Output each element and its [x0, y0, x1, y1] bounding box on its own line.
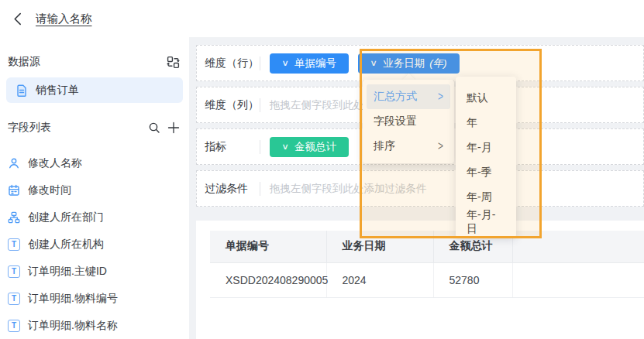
field-item-creator-department[interactable]: 创建人所在部门: [0, 204, 189, 231]
cell-document-number: XSDD202408290005: [210, 262, 326, 297]
filters-label: 过滤条件: [205, 182, 260, 196]
field-item-label: 订单明细.物料名称: [28, 319, 118, 333]
field-item-detail-material-no[interactable]: T 订单明细.物料编号: [0, 285, 189, 312]
field-item-label: 修改人名称: [28, 156, 82, 170]
text-field-icon: T: [8, 293, 20, 305]
field-item-detail-material-name[interactable]: T 订单明细.物料名称: [0, 312, 189, 339]
metrics-label: 指标: [205, 140, 260, 154]
menu-item-summary-method[interactable]: 汇总方式 >: [367, 84, 450, 109]
field-item-detail-primary-key[interactable]: T 订单明细.主键ID: [0, 258, 189, 285]
column-header-business-date[interactable]: 业务日期: [326, 231, 433, 262]
field-item-label: 订单明细.物料编号: [28, 292, 118, 306]
search-icon[interactable]: [148, 122, 160, 134]
chevron-right-icon: >: [438, 90, 443, 104]
col-dimensions-label: 维度（列）: [205, 98, 260, 112]
chip-granularity-suffix: (年): [429, 56, 447, 70]
workarea: 数据源 销售订单 字段列表: [0, 37, 644, 339]
submenu-item-year-month[interactable]: 年-月: [456, 135, 516, 160]
menu-item-sort[interactable]: 排序 >: [367, 134, 450, 159]
summary-method-submenu: 默认 年 年-月 年-季 年-周 年-月-日: [456, 77, 516, 238]
field-item-modifier-name[interactable]: 修改人名称: [0, 149, 189, 176]
result-table-panel: 单据编号 业务日期 金额总计 XSDD202408290005 2024 527…: [196, 221, 644, 339]
divider: [260, 182, 260, 196]
submenu-item-year[interactable]: 年: [456, 111, 516, 135]
back-icon[interactable]: [9, 10, 26, 27]
field-item-label: 创建人所在部门: [28, 211, 104, 224]
field-item-label: 修改时间: [28, 183, 71, 197]
field-list-header: 字段列表: [8, 120, 180, 135]
submenu-item-year-month-day[interactable]: 年-月-日: [456, 210, 516, 235]
org-chart-icon: [8, 211, 20, 224]
topbar: 请输入名称: [0, 0, 644, 37]
chip-label: 单据编号: [294, 56, 336, 70]
chip-business-date[interactable]: ∨ 业务日期 (年): [358, 53, 460, 74]
cell-empty: [512, 262, 644, 297]
submenu-item-default[interactable]: 默认: [456, 86, 516, 111]
field-item-label: 创建人所在机构: [28, 238, 104, 252]
column-header-empty: [512, 231, 644, 262]
submenu-item-year-week[interactable]: 年-周: [456, 185, 516, 210]
chip-label: 金额总计: [294, 140, 336, 154]
filters-placeholder: 拖拽左侧字段到此处添加过滤条件: [270, 182, 427, 196]
field-list-label: 字段列表: [8, 121, 51, 135]
field-context-menu: 汇总方式 > 字段设置 排序 >: [363, 80, 454, 163]
result-table: 单据编号 业务日期 金额总计 XSDD202408290005 2024 527…: [210, 231, 644, 298]
chip-label: 业务日期: [383, 56, 425, 70]
text-field-icon: T: [8, 265, 20, 278]
report-title-input[interactable]: 请输入名称: [36, 12, 92, 26]
add-field-icon[interactable]: [167, 122, 180, 134]
submenu-item-year-quarter[interactable]: 年-季: [456, 160, 516, 185]
divider: [260, 140, 260, 154]
calendar-icon: [8, 184, 20, 197]
field-list: 修改人名称 修改时间 创建人所在部门 T 创建人所在机构 T 订单明细.主键ID: [0, 149, 189, 339]
document-icon: [15, 84, 28, 97]
datasource-item-sales-order[interactable]: 销售订单: [6, 77, 183, 103]
chip-document-number[interactable]: ∨ 单据编号: [270, 53, 349, 74]
column-header-document-number[interactable]: 单据编号: [210, 231, 326, 262]
cell-business-date: 2024: [326, 262, 433, 297]
sidebar: 数据源 销售订单 字段列表: [0, 37, 189, 339]
menu-item-label: 字段设置: [374, 115, 417, 128]
text-field-icon: T: [8, 238, 20, 251]
field-item-modify-time[interactable]: 修改时间: [0, 176, 189, 204]
table-header-row: 单据编号 业务日期 金额总计: [210, 231, 644, 262]
divider: [260, 56, 260, 70]
user-icon: [8, 157, 20, 170]
report-designer-app: 请输入名称 数据源 销: [0, 0, 644, 339]
col-dimensions-placeholder: 拖拽左侧字段到此处: [270, 98, 364, 112]
datasource-item-label: 销售订单: [36, 84, 79, 98]
cell-amount-total: 52780: [433, 262, 512, 297]
switch-datasource-icon[interactable]: [167, 56, 180, 69]
chevron-right-icon: >: [438, 139, 443, 154]
field-item-label: 订单明细.主键ID: [28, 265, 107, 279]
datasource-header: 数据源: [8, 54, 180, 70]
datasource-label: 数据源: [8, 55, 40, 69]
menu-item-label: 排序: [374, 139, 395, 153]
chevron-down-icon: ∨: [281, 58, 289, 68]
divider: [260, 98, 260, 112]
row-filters[interactable]: 过滤条件 拖拽左侧字段到此处添加过滤条件: [196, 170, 644, 207]
table-row[interactable]: XSDD202408290005 2024 52780: [210, 262, 644, 297]
field-item-creator-org[interactable]: T 创建人所在机构: [0, 231, 189, 258]
chip-amount-total[interactable]: ∨ 金额总计: [270, 137, 349, 157]
row-dimensions-rows: 维度（行） ∨ 单据编号 ∨ 业务日期 (年): [196, 45, 644, 81]
menu-item-label: 汇总方式: [374, 90, 417, 104]
chevron-down-icon: ∨: [370, 58, 377, 68]
row-dimensions-label: 维度（行）: [205, 56, 260, 70]
menu-item-field-settings[interactable]: 字段设置: [367, 109, 450, 134]
text-field-icon: T: [8, 320, 20, 332]
chevron-down-icon: ∨: [281, 142, 289, 152]
